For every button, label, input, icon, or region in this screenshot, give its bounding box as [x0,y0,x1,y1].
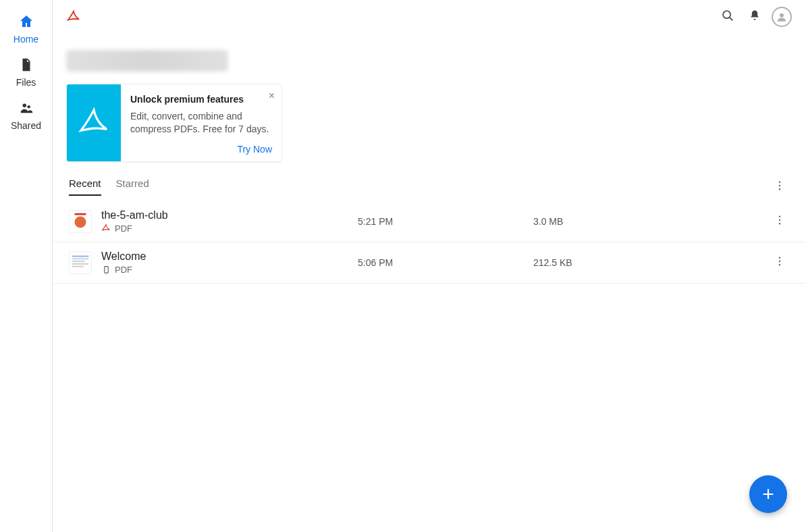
device-icon [101,265,111,274]
file-more-button[interactable] [770,214,790,229]
sidebar-item-label: Shared [11,120,41,131]
svg-line-3 [730,18,733,21]
svg-point-5 [779,181,780,182]
svg-rect-18 [72,263,88,265]
file-more-button[interactable] [770,255,790,270]
file-thumbnail [69,210,92,233]
svg-point-0 [22,104,26,108]
welcome-greeting-blurred [66,50,228,72]
tab-starred[interactable]: Starred [116,178,149,196]
more-vertical-icon [774,180,786,194]
svg-point-24 [779,264,780,265]
file-thumbnail [69,251,92,274]
promo-close-button[interactable]: × [269,90,275,102]
tab-recent[interactable]: Recent [69,178,101,196]
search-icon [720,8,735,26]
file-type-label: PDF [115,265,132,275]
promo-title: Unlock premium features [130,94,272,105]
svg-point-13 [779,223,780,224]
svg-point-9 [75,216,86,228]
acrobat-icon [66,9,81,24]
svg-point-7 [779,188,780,190]
file-time: 5:06 PM [358,257,533,268]
file-time: 5:21 PM [358,216,533,227]
topbar [53,0,806,34]
file-type-label: PDF [115,223,132,234]
profile-button[interactable] [768,3,795,30]
profile-icon [772,7,792,27]
svg-rect-15 [72,255,88,257]
promo-illustration [67,84,121,161]
search-button[interactable] [714,3,741,30]
shared-icon [18,100,34,116]
svg-point-22 [779,257,780,258]
file-list: the-5-am-club PDF 5:21 PM 3.0 MB [53,201,806,284]
svg-point-23 [779,261,780,262]
file-name: Welcome [101,250,358,263]
svg-rect-20 [104,266,107,273]
file-icon [18,57,34,73]
svg-rect-10 [75,213,86,215]
bell-icon [748,9,761,25]
svg-rect-19 [72,265,84,267]
plus-icon: + [762,483,774,506]
sidebar-item-label: Files [16,77,36,88]
content: × Unlock premium features Edit, convert,… [53,34,806,284]
notifications-button[interactable] [741,3,768,30]
pdf-icon [101,223,111,233]
svg-rect-17 [72,261,85,262]
svg-rect-14 [70,252,91,273]
more-vertical-icon [774,214,786,229]
svg-point-2 [723,11,730,18]
home-icon [18,14,34,30]
sidebar-item-shared[interactable]: Shared [0,93,52,136]
main-area: × Unlock premium features Edit, convert,… [53,0,806,532]
more-vertical-icon [774,255,786,270]
tabs-more-button[interactable] [770,177,790,197]
promo-try-now-link[interactable]: Try Now [130,144,272,155]
file-row[interactable]: the-5-am-club PDF 5:21 PM 3.0 MB [53,201,806,242]
sidebar-item-files[interactable]: Files [0,50,52,93]
svg-point-4 [780,14,784,18]
svg-point-6 [779,185,780,186]
svg-point-12 [779,219,780,221]
promo-description: Edit, convert, combine and compress PDFs… [130,110,272,136]
sidebar-item-label: Home [14,34,38,45]
svg-point-11 [779,215,780,217]
file-size: 212.5 KB [533,257,770,268]
premium-promo-card: × Unlock premium features Edit, convert,… [66,84,282,162]
file-size: 3.0 MB [533,216,770,227]
sidebar: Home Files Shared [0,0,53,532]
file-row[interactable]: Welcome PDF 5:06 PM 212.5 KB [53,242,806,284]
svg-point-1 [27,105,30,108]
svg-rect-16 [72,258,88,259]
file-name: the-5-am-club [101,209,358,221]
sidebar-item-home[interactable]: Home [0,7,52,50]
tabs-row: Recent Starred [53,177,806,197]
fab-add-button[interactable]: + [749,475,787,513]
